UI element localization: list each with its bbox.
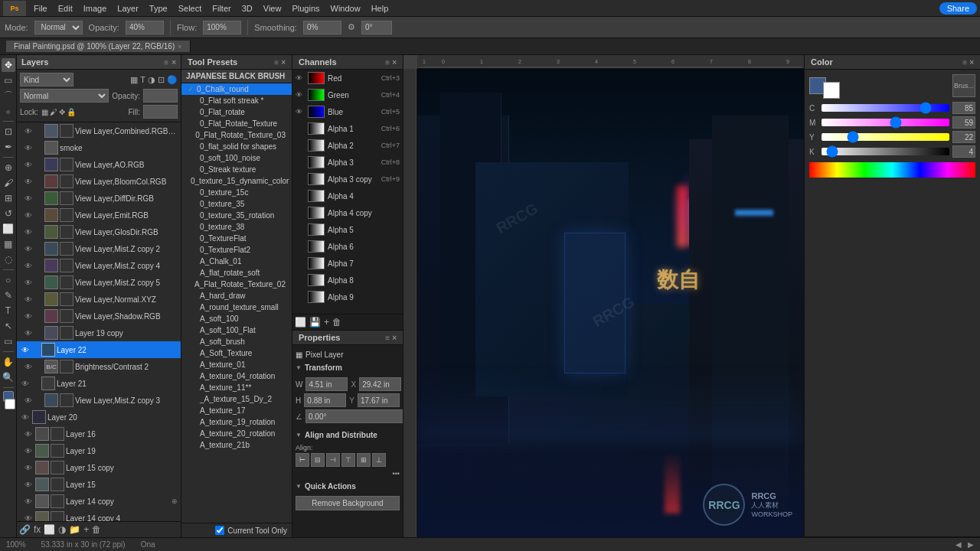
background-color-swatch[interactable] xyxy=(823,82,840,99)
layer-eye-icon[interactable]: 👁 xyxy=(23,447,34,455)
layer-eye-icon[interactable]: 👁 xyxy=(23,279,34,287)
preset-item[interactable]: 0_soft_100_noise xyxy=(181,152,292,164)
select-tool[interactable]: ▭ xyxy=(2,73,15,87)
layer-group-icon[interactable]: 📁 xyxy=(69,524,80,535)
layer-item[interactable]: 👁 View Layer,BloomCol.RGB xyxy=(17,173,181,190)
background-color[interactable] xyxy=(5,399,15,409)
preset-item[interactable]: 0_texture_35 xyxy=(181,198,292,210)
layer-item[interactable]: 👁 View Layer,Mist.Z copy 4 xyxy=(17,257,181,274)
share-button[interactable]: Share xyxy=(939,2,977,15)
m-slider[interactable] xyxy=(822,119,949,126)
layer-eye-icon[interactable]: 👁 xyxy=(23,312,34,321)
menu-window[interactable]: Window xyxy=(326,2,365,15)
align-center-v[interactable]: ⊞ xyxy=(357,453,371,467)
channel-eye-icon[interactable]: 👁 xyxy=(296,108,305,116)
layer-new-icon[interactable]: + xyxy=(83,524,89,535)
layer-item[interactable]: 👁 View Layer,Mist.Z copy 5 xyxy=(17,274,181,291)
layer-item[interactable]: 👁 View Layer,Emit.RGB xyxy=(17,207,181,223)
tab-close[interactable]: × xyxy=(178,43,181,51)
layer-item[interactable]: 👁 View Layer,Mist.Z copy 3 xyxy=(17,392,181,409)
blur-tool[interactable]: ◌ xyxy=(2,253,15,266)
preset-item[interactable]: A_soft_brush xyxy=(181,336,292,347)
k-value-input[interactable]: 4 xyxy=(952,145,975,158)
preset-item[interactable]: ✓ 0_Chalk_round xyxy=(181,83,292,95)
layer-eye-icon[interactable]: 👁 xyxy=(23,262,34,270)
layer-eye-icon[interactable]: 👁 xyxy=(23,194,34,203)
width-input[interactable] xyxy=(305,377,348,391)
presets-close-icon[interactable]: × xyxy=(281,58,286,67)
layer-eye-icon[interactable]: 👁 xyxy=(20,346,31,354)
channel-alpha4copy[interactable]: Alpha 4 copy xyxy=(292,204,403,221)
layer-eye-icon[interactable]: 👁 xyxy=(23,514,34,522)
layer-item[interactable]: 👁 Layer 14 copy ⊕ xyxy=(17,493,181,510)
menu-image[interactable]: Image xyxy=(79,2,112,15)
layer-item[interactable]: 👁 Layer 19 copy xyxy=(17,324,181,341)
layer-mask-add-icon[interactable]: ⬜ xyxy=(44,524,55,535)
channel-save-selection[interactable]: 💾 xyxy=(309,317,321,328)
preset-item[interactable]: _A_texture_15_Dy_2 xyxy=(181,393,292,405)
menu-filter[interactable]: Filter xyxy=(207,2,235,15)
menu-select[interactable]: Select xyxy=(174,2,207,15)
nav-next[interactable]: ▶ xyxy=(968,540,974,549)
eyedropper-tool[interactable]: ✒ xyxy=(2,140,15,154)
menu-file[interactable]: File xyxy=(29,2,52,15)
menu-help[interactable]: Help xyxy=(367,2,394,15)
channels-close-icon[interactable]: × xyxy=(392,58,397,67)
layer-item[interactable]: 👁 View Layer,Shadow.RGB xyxy=(17,308,181,324)
layer-eye-icon[interactable]: 👁 xyxy=(23,430,34,439)
layer-eye-icon[interactable]: 👁 xyxy=(20,413,31,422)
channel-alpha5[interactable]: Alpha 5 xyxy=(292,221,403,238)
dodge-tool[interactable]: ○ xyxy=(2,273,15,287)
preset-item[interactable]: A_texture_19_rotation xyxy=(181,416,292,428)
channel-blue[interactable]: 👁 Blue Ctrl+5 xyxy=(292,103,403,120)
layers-close-icon[interactable]: × xyxy=(172,58,176,67)
canvas-area[interactable]: 1 0 1 2 3 4 5 6 7 8 9 10 xyxy=(403,55,804,537)
remove-background-button[interactable]: Remove Background xyxy=(296,496,400,510)
preset-item[interactable]: A_texture_04_rotation xyxy=(181,370,292,382)
lasso-tool[interactable]: ⌒ xyxy=(2,89,15,103)
align-section[interactable]: ▼ Align and Distribute xyxy=(296,429,400,442)
preset-item[interactable]: 0_Flat_Rotate_Texture_03 xyxy=(181,129,292,141)
nav-prev[interactable]: ◀ xyxy=(956,540,962,549)
layer-eye-icon[interactable]: 👁 xyxy=(23,245,34,253)
menu-plugins[interactable]: Plugins xyxy=(287,2,324,15)
preset-item[interactable]: 0_texture_38 xyxy=(181,221,292,233)
y-value-input[interactable]: 22 xyxy=(952,131,975,143)
align-right[interactable]: ⊣ xyxy=(326,453,340,467)
filter-toggle[interactable]: ▦ xyxy=(130,75,138,85)
y-input[interactable] xyxy=(358,393,400,407)
healing-tool[interactable]: ⊕ xyxy=(2,161,15,174)
clone-tool[interactable]: ⊞ xyxy=(2,191,15,205)
preset-item[interactable]: 0_TextureFlat2 xyxy=(181,244,292,256)
preset-item[interactable]: 0_TextureFlat xyxy=(181,233,292,244)
layer-item[interactable]: 👁 Layer 19 xyxy=(17,442,181,459)
layer-eye-icon[interactable]: 👁 xyxy=(23,144,34,152)
brush-tool[interactable]: 🖌 xyxy=(2,176,15,190)
opacity-input[interactable] xyxy=(126,21,164,34)
layer-item[interactable]: 👁 Layer 20 xyxy=(17,409,181,425)
preset-item[interactable]: A_Flat_Rotate_Texture_02 xyxy=(181,279,292,290)
more-options[interactable]: ••• xyxy=(296,470,400,478)
channel-alpha4[interactable]: Alpha 4 xyxy=(292,187,403,204)
color-spectrum[interactable] xyxy=(809,162,975,178)
preset-item[interactable]: A_flat_rotate_soft xyxy=(181,267,292,279)
layer-adjustment-icon[interactable]: ◑ xyxy=(58,524,66,535)
channel-alpha7[interactable]: Alpha 7 xyxy=(292,255,403,272)
color-panel-close-icon[interactable]: × xyxy=(969,58,974,67)
layer-item[interactable]: 👁 View Layer,GlosDir.RGB xyxy=(17,223,181,240)
layer-eye-icon[interactable]: 👁 xyxy=(23,161,34,169)
zoom-tool[interactable]: 🔍 xyxy=(2,370,15,384)
quick-select-tool[interactable]: ⬦ xyxy=(2,104,15,118)
channel-eye-icon[interactable]: 👁 xyxy=(296,74,305,82)
filter-color[interactable]: 🔵 xyxy=(167,75,178,85)
height-input[interactable] xyxy=(304,393,346,407)
active-layer-item[interactable]: 👁 Layer 22 xyxy=(17,341,181,358)
align-center-h[interactable]: ⊟ xyxy=(311,453,325,467)
fill-input[interactable]: 100% xyxy=(143,105,178,119)
hand-tool[interactable]: ✋ xyxy=(2,355,15,369)
layer-item[interactable]: 👁 Layer 14 copy 4 xyxy=(17,510,181,521)
preset-item[interactable]: A_round_texture_small xyxy=(181,302,292,313)
angle-transform-input[interactable] xyxy=(305,409,403,423)
transform-section[interactable]: ▼ Transform xyxy=(296,361,400,374)
lock-position-icon[interactable]: ✥ xyxy=(59,108,65,116)
